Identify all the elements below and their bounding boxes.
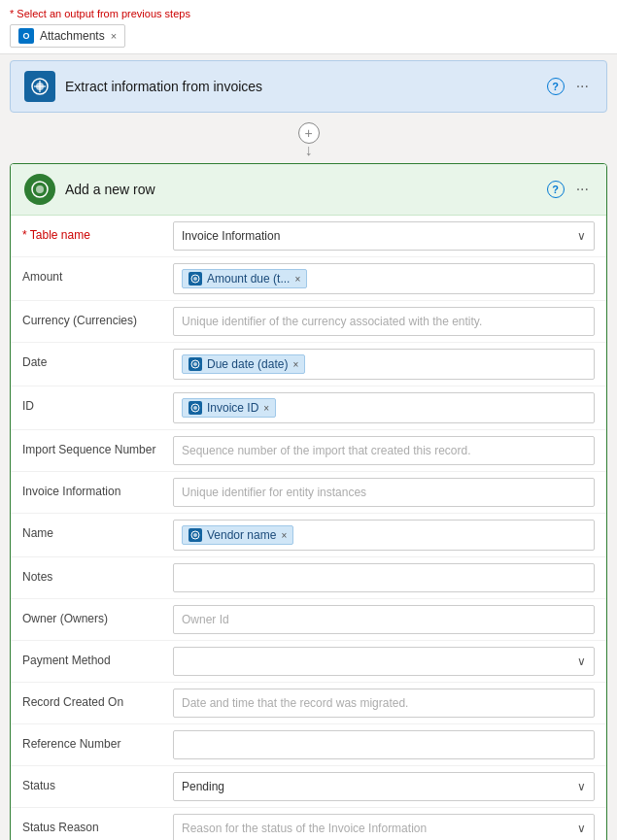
amount-token-icon xyxy=(189,272,202,286)
record-created-placeholder: Date and time that the record was migrat… xyxy=(182,696,408,710)
field-row-status-reason: Status Reason Reason for the status of t… xyxy=(11,808,606,840)
svg-point-11 xyxy=(193,406,197,410)
field-value-name: Vendor name × xyxy=(173,520,595,551)
date-token-icon xyxy=(189,357,202,371)
field-label-currency: Currency (Currencies) xyxy=(22,307,173,327)
field-value-record-created[interactable]: Date and time that the record was migrat… xyxy=(173,689,595,718)
field-row-payment: Payment Method ∨ xyxy=(11,641,606,683)
field-row-owner: Owner (Owners) Owner Id xyxy=(11,599,606,641)
field-label-status: Status xyxy=(22,772,173,792)
field-row-amount: Amount Amount due (t... × xyxy=(11,257,606,301)
field-value-currency[interactable]: Unique identifier of the currency associ… xyxy=(173,307,595,336)
date-token[interactable]: Due date (date) × xyxy=(182,354,305,374)
field-label-id: ID xyxy=(22,392,173,413)
status-dropdown-icon: ∨ xyxy=(577,780,586,793)
field-row-date: Date Due date (date) × xyxy=(11,343,606,386)
date-token-close[interactable]: × xyxy=(292,359,298,370)
field-row-record-created: Record Created On Date and time that the… xyxy=(11,683,606,724)
field-label-status-reason: Status Reason xyxy=(22,814,173,834)
field-value-owner[interactable]: Owner Id xyxy=(173,605,595,634)
extract-more-button[interactable]: ··· xyxy=(572,76,593,97)
add-row-header: Add a new row ? ··· xyxy=(11,164,606,216)
status-value: Pending xyxy=(182,780,224,793)
field-value-notes[interactable] xyxy=(173,563,595,592)
table-name-value: Invoice Information xyxy=(182,229,280,243)
svg-point-9 xyxy=(193,362,197,366)
amount-token[interactable]: Amount due (t... × xyxy=(182,269,307,288)
fields-container: * Table name Invoice Information ∨ Amoun… xyxy=(11,216,606,840)
field-row-reference: Reference Number xyxy=(11,724,606,766)
name-token-icon xyxy=(189,528,202,542)
connector-plus[interactable]: + xyxy=(298,122,320,144)
field-row-invoice-info: Invoice Information Unique identifier fo… xyxy=(11,472,606,514)
connector-arrow: ↓ xyxy=(305,142,313,159)
field-label-payment: Payment Method xyxy=(22,647,173,667)
field-value-date: Due date (date) × xyxy=(173,349,595,380)
extract-block: Extract information from invoices ? ··· xyxy=(10,60,607,113)
add-row-more-button[interactable]: ··· xyxy=(572,179,593,200)
status-reason-placeholder: Reason for the status of the Invoice Inf… xyxy=(182,822,427,835)
field-label-notes: Notes xyxy=(22,563,173,584)
add-row-info-button[interactable]: ? xyxy=(547,181,565,198)
field-value-status-reason[interactable]: Reason for the status of the Invoice Inf… xyxy=(173,814,595,840)
field-row-table-name: * Table name Invoice Information ∨ xyxy=(11,216,606,257)
field-value-id: Invoice ID × xyxy=(173,392,595,423)
id-token[interactable]: Invoice ID × xyxy=(182,398,276,418)
connector: + ↓ xyxy=(0,118,617,163)
svg-point-5 xyxy=(36,185,44,193)
field-label-record-created: Record Created On xyxy=(22,689,173,709)
name-token-close[interactable]: × xyxy=(281,530,287,541)
field-label-table-name: * Table name xyxy=(22,221,173,242)
field-value-invoice-info[interactable]: Unique identifier for entity instances xyxy=(173,478,595,507)
table-name-dropdown-icon: ∨ xyxy=(577,229,586,243)
field-value-reference[interactable] xyxy=(173,730,595,759)
field-row-id: ID Invoice ID × xyxy=(11,386,606,430)
field-label-invoice-info: Invoice Information xyxy=(22,478,173,498)
add-row-title: Add a new row xyxy=(65,182,155,197)
field-row-currency: Currency (Currencies) Unique identifier … xyxy=(11,301,606,343)
attachments-chip[interactable]: O Attachments × xyxy=(10,24,125,48)
id-token-icon xyxy=(189,401,202,415)
amount-token-label: Amount due (t... xyxy=(207,272,290,286)
field-row-status: Status Pending ∨ xyxy=(11,766,606,808)
field-row-name: Name Vendor name × xyxy=(11,514,606,557)
add-row-icon xyxy=(24,174,55,205)
field-label-amount: Amount xyxy=(22,263,173,284)
extract-info-button[interactable]: ? xyxy=(547,78,565,95)
amount-token-close[interactable]: × xyxy=(294,274,300,285)
name-token[interactable]: Vendor name × xyxy=(182,525,293,545)
extract-block-icon xyxy=(24,71,55,102)
id-token-label: Invoice ID xyxy=(207,401,258,415)
field-value-import-seq[interactable]: Sequence number of the import that creat… xyxy=(173,436,595,465)
field-row-import-seq: Import Sequence Number Sequence number o… xyxy=(11,430,606,472)
attachments-chip-label: Attachments xyxy=(40,29,105,43)
add-row-block: Add a new row ? ··· * Table name Invoice… xyxy=(10,163,607,840)
invoice-info-placeholder: Unique identifier for entity instances xyxy=(182,486,366,499)
field-value-table-name[interactable]: Invoice Information ∨ xyxy=(173,221,595,251)
extract-block-title: Extract information from invoices xyxy=(65,79,262,94)
id-token-close[interactable]: × xyxy=(263,403,269,414)
name-token-label: Vendor name xyxy=(207,528,276,542)
field-label-reference: Reference Number xyxy=(22,730,173,751)
outlook-chip-icon: O xyxy=(18,28,34,44)
status-reason-dropdown-icon: ∨ xyxy=(577,822,586,835)
currency-placeholder: Unique identifier of the currency associ… xyxy=(182,315,482,328)
field-label-date: Date xyxy=(22,349,173,369)
select-output-label: * Select an output from previous steps xyxy=(10,8,190,19)
import-seq-placeholder: Sequence number of the import that creat… xyxy=(182,444,471,457)
svg-point-13 xyxy=(193,533,197,537)
svg-point-7 xyxy=(193,277,197,281)
field-value-payment[interactable]: ∨ xyxy=(173,647,595,676)
field-value-status[interactable]: Pending ∨ xyxy=(173,772,595,801)
field-value-amount: Amount due (t... × xyxy=(173,263,595,294)
field-label-import-seq: Import Sequence Number xyxy=(22,436,173,456)
field-row-notes: Notes xyxy=(11,557,606,599)
date-token-label: Due date (date) xyxy=(207,357,288,371)
attachments-chip-close[interactable]: × xyxy=(111,30,117,42)
select-output-bar: * Select an output from previous steps O… xyxy=(0,0,617,54)
payment-dropdown-icon: ∨ xyxy=(577,655,586,668)
field-label-name: Name xyxy=(22,520,173,540)
owner-placeholder: Owner Id xyxy=(182,613,229,626)
field-label-owner: Owner (Owners) xyxy=(22,605,173,625)
